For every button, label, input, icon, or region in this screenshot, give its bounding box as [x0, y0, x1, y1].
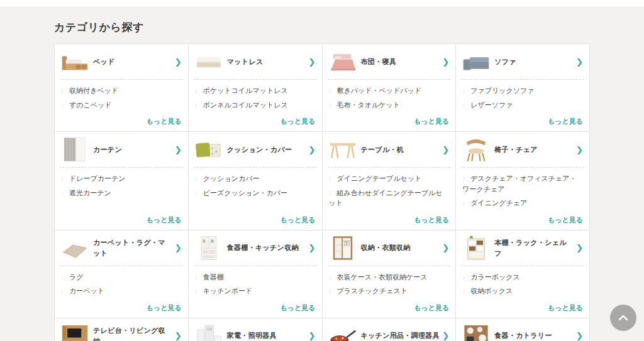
chevron-small-icon: 〉 [329, 176, 334, 182]
more-link[interactable]: もっと見る [408, 112, 455, 131]
subcategory-link[interactable]: 〉組み合わせダイニングテーブルセット [329, 186, 450, 210]
more-link[interactable]: もっと見る [274, 298, 321, 318]
category-card-cookware: キッチン用品・調理器具 ❯ [323, 318, 456, 341]
category-link-shelf[interactable]: 本棚・ラック・シェルフ ❯ [456, 230, 589, 266]
subcategory-list: 〉衣装ケース・衣類収納ケース 〉プラスチックチェスト [323, 266, 456, 298]
subcategory-link[interactable]: 〉ファブリックソファ [462, 84, 583, 98]
category-link-rug[interactable]: カーペット・ラグ・マット ❯ [55, 230, 188, 266]
category-title: ソファ [494, 57, 574, 67]
subcategory-label: ラグ [69, 273, 84, 281]
subcategory-link[interactable]: 〉キッチンボード [195, 284, 316, 298]
subcategory-link[interactable]: 〉ドレープカーテン [61, 171, 182, 186]
chevron-small-icon: 〉 [61, 103, 66, 109]
cushion-image [195, 136, 223, 163]
category-link-tableware[interactable]: 食器・カトラリー ❯ [456, 318, 589, 341]
subcategory-link[interactable]: 〉クッションカバー [195, 171, 316, 186]
chevron-small-icon: 〉 [61, 89, 66, 94]
category-link-tv-stand[interactable]: テレビ台・リビング収納 ❯ [55, 318, 188, 341]
subcategory-label: 敷きパッド・ベッドパッド [337, 87, 422, 94]
subcategory-link[interactable]: 〉衣装ケース・衣類収納ケース [329, 270, 450, 284]
subcategory-link[interactable]: 〉ポケットコイルマットレス [195, 84, 316, 98]
category-link-curtain[interactable]: カーテン ❯ [55, 132, 188, 167]
category-link-mattress[interactable]: マットレス ❯ [189, 44, 322, 79]
chevron-right-icon: ❯ [309, 57, 316, 67]
more-link[interactable]: もっと見る [140, 112, 188, 131]
subcategory-label: ボンネルコイルマットレス [203, 101, 288, 109]
category-link-bed[interactable]: ベッド ❯ [55, 44, 188, 79]
cookware-image [329, 322, 357, 341]
subcategory-link[interactable]: 〉カラーボックス [462, 270, 583, 284]
chevron-small-icon: 〉 [61, 289, 66, 295]
subcategory-link[interactable]: 〉レザーソファ [462, 98, 583, 112]
more-link[interactable]: もっと見る [140, 210, 188, 230]
subcategory-label: カーペット [69, 287, 104, 295]
subcategory-label: プラスチックチェスト [337, 287, 408, 295]
chevron-small-icon: 〉 [195, 176, 200, 182]
category-card-appliance: 家電・照明器具 ❯ [189, 318, 322, 341]
subcategory-link[interactable]: 〉プラスチックチェスト [329, 284, 450, 298]
scroll-to-top-button[interactable] [610, 305, 636, 331]
subcategory-link[interactable]: 〉収納付きベッド [61, 84, 182, 98]
category-link-cushion[interactable]: クッション・カバー ❯ [189, 132, 322, 167]
more-link[interactable]: もっと見る [140, 298, 188, 318]
category-card-mattress: マットレス ❯ 〉ポケットコイルマットレス 〉ボンネルコイルマットレス もっと見… [189, 44, 322, 131]
chevron-up-icon [618, 313, 628, 323]
category-link-appliance[interactable]: 家電・照明器具 ❯ [189, 318, 322, 341]
more-link[interactable]: もっと見る [541, 210, 589, 230]
more-link[interactable]: もっと見る [408, 210, 455, 230]
category-link-cookware[interactable]: キッチン用品・調理器具 ❯ [323, 318, 456, 341]
category-title: テレビ台・リビング収納 [93, 325, 172, 341]
subcategory-link[interactable]: 〉ボンネルコイルマットレス [195, 98, 316, 112]
chevron-small-icon: 〉 [195, 103, 200, 109]
chevron-small-icon: 〉 [329, 275, 334, 281]
chevron-small-icon: 〉 [61, 275, 66, 281]
subcategory-label: レザーソファ [470, 101, 513, 109]
category-link-cupboard[interactable]: 食器棚・キッチン収納 ❯ [189, 230, 322, 266]
subcategory-list: 〉デスクチェア・オフィスチェア・ワークチェア 〉ダイニングチェア [456, 168, 589, 210]
category-link-table[interactable]: テーブル・机 ❯ [323, 132, 456, 167]
top-white-strip [0, 0, 644, 6]
category-title: テーブル・机 [361, 144, 440, 155]
more-link[interactable]: もっと見る [541, 112, 589, 131]
category-card-curtain: カーテン ❯ 〉ドレープカーテン 〉遮光カーテン もっと見る [55, 132, 188, 230]
chevron-right-icon: ❯ [442, 243, 449, 252]
subcategory-link[interactable]: 〉ビーズクッション・カバー [195, 186, 316, 200]
subcategory-link[interactable]: 〉収納ボックス [462, 284, 583, 298]
subcategory-link[interactable]: 〉敷きパッド・ベッドパッド [329, 84, 450, 98]
category-link-storage[interactable]: 収納・衣類収納 ❯ [323, 230, 456, 266]
subcategory-link[interactable]: 〉カーペット [61, 284, 182, 298]
chevron-right-icon: ❯ [175, 331, 182, 340]
category-link-sofa[interactable]: ソファ ❯ [456, 44, 589, 79]
shelf-image [462, 234, 490, 262]
category-title: 家電・照明器具 [227, 330, 306, 341]
subcategory-label: 衣装ケース・衣類収納ケース [337, 273, 428, 281]
category-card-bedding: 布団・寝具 ❯ 〉敷きパッド・ベッドパッド 〉毛布・タオルケット もっと見る [323, 44, 456, 131]
subcategory-link[interactable]: 〉すのこベッド [61, 98, 182, 112]
subcategory-list: 〉ポケットコイルマットレス 〉ボンネルコイルマットレス [189, 80, 322, 112]
subcategory-link[interactable]: 〉ダイニングチェア [462, 196, 583, 210]
subcategory-link[interactable]: 〉毛布・タオルケット [329, 98, 450, 112]
category-title: ベッド [93, 57, 172, 67]
subcategory-list: 〉ドレープカーテン 〉遮光カーテン [55, 168, 188, 200]
more-link[interactable]: もっと見る [541, 298, 589, 318]
category-title: マットレス [227, 57, 306, 67]
subcategory-link[interactable]: 〉ダイニングテーブルセット [329, 171, 450, 186]
more-link[interactable]: もっと見る [408, 298, 455, 318]
category-link-bedding[interactable]: 布団・寝具 ❯ [323, 44, 456, 79]
category-title: カーペット・ラグ・マット [93, 237, 172, 258]
subcategory-link[interactable]: 〉遮光カーテン [61, 186, 182, 200]
subcategory-label: ダイニングチェア [470, 199, 527, 207]
subcategory-label: すのこベッド [69, 101, 112, 109]
chevron-small-icon: 〉 [462, 176, 467, 182]
subcategory-link[interactable]: 〉ラグ [61, 270, 182, 284]
category-link-chair[interactable]: 椅子・チェア ❯ [456, 132, 589, 167]
more-link[interactable]: もっと見る [274, 210, 321, 230]
subcategory-link[interactable]: 〉食器棚 [195, 270, 316, 284]
chevron-small-icon: 〉 [61, 176, 66, 182]
tableware-image [462, 322, 490, 341]
chevron-small-icon: 〉 [462, 89, 467, 94]
subcategory-link[interactable]: 〉デスクチェア・オフィスチェア・ワークチェア [462, 171, 583, 196]
more-link[interactable]: もっと見る [274, 112, 321, 131]
chevron-small-icon: 〉 [462, 201, 467, 207]
subcategory-list: 〉敷きパッド・ベッドパッド 〉毛布・タオルケット [323, 80, 456, 112]
